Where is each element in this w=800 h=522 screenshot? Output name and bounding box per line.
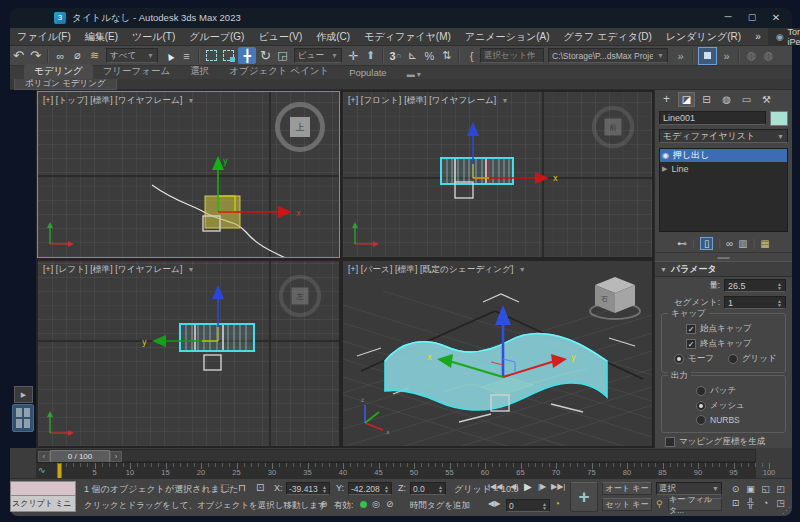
maximize-button[interactable]: ▢ <box>740 8 764 28</box>
current-frame-field[interactable]: 0▲▼ <box>506 499 550 512</box>
spinner-arrows-icon[interactable]: ▲▼ <box>438 485 443 493</box>
window-crossing-icon[interactable] <box>221 48 236 64</box>
zoom-extents-icon[interactable]: ◱ <box>758 482 773 495</box>
spinner-arrows-icon[interactable]: ▲▼ <box>322 485 327 493</box>
angle-snap-icon[interactable]: ⊾ <box>405 48 420 64</box>
menu-item-6[interactable]: モディファイヤ(M) <box>357 30 458 44</box>
configure-modifier-sets-icon[interactable]: ▦ <box>760 238 769 249</box>
add-time-tag-text[interactable]: 時間タグを追加 <box>410 500 470 512</box>
toolbar-overflow2-icon[interactable]: » <box>719 48 734 64</box>
ribbon-toggle-icon[interactable]: ▬ ▾ <box>407 70 421 79</box>
cap-end-checkbox[interactable]: ✓終点キャップ <box>668 338 781 350</box>
pan-icon[interactable]: ╬ <box>743 496 758 509</box>
menu-item-8[interactable]: グラフ エディタ(D) <box>557 30 659 44</box>
menu-item-9[interactable]: レンダリング(R) <box>659 30 748 44</box>
ribbon-tab-4[interactable]: Populate <box>339 66 397 79</box>
viewport-front[interactable]: x [+] [フロント] [標準] [ワイヤフレーム]▼ 前 <box>343 92 652 257</box>
z-coord-field[interactable]: 0.0▲▼ <box>410 482 446 495</box>
tab-create-icon[interactable]: + <box>658 92 675 107</box>
menu-item-1[interactable]: 編集(E) <box>78 30 125 44</box>
object-color-swatch[interactable] <box>770 111 788 126</box>
ribbon-tab-3[interactable]: オブジェクト ペイント <box>219 64 339 79</box>
go-to-end-icon[interactable]: ▶▶| <box>551 482 565 491</box>
time-slider-prev-icon[interactable]: ‹ <box>38 451 50 462</box>
viewport-layout-tabs-button[interactable] <box>12 404 34 432</box>
ribbon-tab-1[interactable]: フリーフォーム <box>93 64 181 79</box>
go-to-start-icon[interactable]: |◀◀ <box>488 482 502 491</box>
mesh-radio[interactable]: メッシュ <box>668 400 781 412</box>
time-slider-next-icon[interactable]: › <box>110 451 122 462</box>
project-folder-dropdown[interactable]: C:\Storage\P...dsMax Project▼ <box>548 48 668 63</box>
zoom-extents-all-icon[interactable]: ◰ <box>773 482 788 495</box>
zoom-all-icon[interactable]: ▣ <box>743 482 758 495</box>
viewcube-perspective[interactable]: 右 <box>590 277 640 319</box>
grid-radio[interactable]: グリッド <box>728 353 777 365</box>
nurbs-radio[interactable]: NURBS <box>668 415 781 425</box>
viewport-left-label[interactable]: [+] [レフト] [標準] [ワイヤフレーム]▼ <box>43 264 195 276</box>
filter-icon[interactable]: ▼ <box>188 97 195 104</box>
stack-item-extrude[interactable]: ◉ 押し出し <box>660 149 787 162</box>
auto-key-button[interactable]: オート キー <box>602 482 652 495</box>
resize-grip-icon[interactable]: ⋰ <box>782 506 790 515</box>
viewport-left[interactable]: y [+] [レフト] [標準] [ワイヤフレーム]▼ 左 <box>38 261 339 446</box>
gear-icon[interactable]: ⊛ <box>320 499 328 509</box>
zoom-icon[interactable]: ⊙ <box>728 482 743 495</box>
cap-start-checkbox[interactable]: ✓始点キャップ <box>668 323 781 335</box>
viewcube-top[interactable]: 上 <box>275 102 325 152</box>
expand-arrow-icon[interactable]: ▶ <box>662 165 667 173</box>
track-bar[interactable]: ∿ 05101520253035404550556065707580859095… <box>36 462 756 479</box>
percent-snap-icon[interactable]: % <box>422 48 437 64</box>
menu-item-4[interactable]: ビュー(V) <box>251 30 309 44</box>
menu-item-3[interactable]: グループ(G) <box>182 30 251 44</box>
ribbon-tab-0[interactable]: モデリング <box>24 64 93 79</box>
selection-filter-dropdown[interactable]: すべて▼ <box>106 48 158 63</box>
morph-radio[interactable]: モーフ <box>674 353 714 365</box>
edit-named-selection-icon[interactable]: { <box>464 48 479 64</box>
absolute-mode-icon[interactable]: ⊡ <box>256 482 264 493</box>
maxscript-mini-listener-pink[interactable] <box>10 481 76 496</box>
select-and-scale-icon[interactable]: ◲ <box>275 48 290 64</box>
tab-modify-icon[interactable]: ◪ <box>678 92 695 107</box>
user-account-menu[interactable]: ◉ Tori iPentec ▼ <box>768 28 800 45</box>
redo-icon[interactable]: ↷ <box>28 48 43 64</box>
clock-status-icon[interactable]: ⊘ <box>386 499 394 509</box>
mapping-checkbox[interactable]: ✓マッピング座標を生成 <box>655 436 792 448</box>
extruded-shape-front[interactable] <box>441 158 513 184</box>
key-filter-button[interactable]: キー フィルタ... <box>668 498 722 511</box>
viewport-perspective[interactable]: x y 右 <box>343 261 652 446</box>
viewcube-left[interactable]: 左 <box>279 275 322 318</box>
filter-icon[interactable]: ▼ <box>501 97 508 104</box>
tab-motion-icon[interactable]: ◍ <box>718 92 735 107</box>
select-and-move-icon[interactable]: ╋ <box>238 47 256 64</box>
viewcube-front[interactable]: 前 <box>592 106 635 149</box>
isolate-selection-icon[interactable]: ⬚ <box>220 482 229 493</box>
spinner-arrows-icon[interactable]: ▲▼ <box>777 299 782 307</box>
named-selection-field[interactable]: 選択セット作 <box>480 48 544 63</box>
snap-toggle-3d-icon[interactable]: 3∩ <box>388 48 403 64</box>
modifier-list-dropdown[interactable]: モディファイヤリスト▼ <box>659 129 788 143</box>
select-link-icon[interactable]: ∞ <box>53 48 68 64</box>
key-time-clock-icon[interactable]: ◔ <box>554 498 560 509</box>
rect-selection-region-icon[interactable] <box>204 48 219 64</box>
orbit-icon[interactable]: ◔ <box>758 496 773 509</box>
use-pivot-center-icon[interactable]: ✛ <box>346 48 361 64</box>
menu-item-0[interactable]: ファイル(F) <box>10 30 78 44</box>
tab-display-icon[interactable]: ▭ <box>738 92 755 107</box>
save-file-icon[interactable] <box>698 47 717 65</box>
select-and-manipulate-icon[interactable]: ⬆ <box>363 48 378 64</box>
viewport-front-label[interactable]: [+] [フロント] [標準] [ワイヤフレーム]▼ <box>348 95 509 107</box>
patch-radio[interactable]: パッチ <box>668 385 781 397</box>
rollout-parameters[interactable]: ▼パラメータ <box>655 261 792 277</box>
viewport-persp-label[interactable]: [+] [パース] [標準] [既定のシェーディング]▼ <box>348 264 526 276</box>
show-end-result-icon[interactable]: ▯ <box>700 237 714 250</box>
toolbar-overflow-icon[interactable]: » <box>673 48 688 64</box>
viewport-top-label[interactable]: [+] [トップ] [標準] [ワイヤフレーム]▼ <box>43 95 195 107</box>
unlink-icon[interactable]: ⌀ <box>70 48 85 64</box>
panel-splitter[interactable]: ▬▬ <box>655 253 792 261</box>
amount-spinner[interactable]: 26.5▲▼ <box>724 279 786 292</box>
timeline-ruler[interactable]: 0510152025303540455055606570758085909510… <box>36 463 756 479</box>
menu-item-5[interactable]: 作成(C) <box>309 30 357 44</box>
time-slider-track[interactable]: ‹ 0 / 100 › <box>36 449 756 462</box>
viewport-top[interactable]: y x [+] [トップ] [標準] [ワイヤフレーム]▼ 上 <box>38 92 339 257</box>
set-key-button[interactable]: セット キー <box>602 498 652 511</box>
